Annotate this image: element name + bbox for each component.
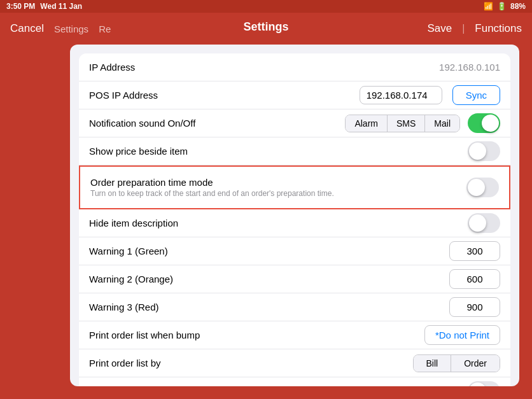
content-area: IP Address 192.168.0.101 POS IP Address … <box>70 45 519 386</box>
settings-list: IP Address 192.168.0.101 POS IP Address … <box>79 53 510 386</box>
hide-item-desc-label: Hide item description <box>89 218 178 228</box>
warning3-input[interactable] <box>449 297 500 317</box>
nav-tab-re[interactable]: Re <box>99 24 111 34</box>
status-time: 3:50 PM <box>6 2 35 11</box>
status-bar: 3:50 PM Wed 11 Jan 📶 🔋 88% <box>0 0 532 13</box>
show-price-row: Show price beside item <box>79 137 510 165</box>
warning1-row: Warning 1 (Green) <box>79 237 510 265</box>
order-prep-row: Order preparation time mode Turn on to k… <box>79 165 510 209</box>
pos-ip-label: POS IP Address <box>89 90 158 101</box>
warning2-row: Warning 2 (Orange) <box>79 265 510 293</box>
nav-divider: | <box>462 23 465 34</box>
disable-sync-bump-row: Disable synchronized order bump between … <box>79 377 510 386</box>
notification-sound-row: Notification sound On/Off Alarm SMS Mail <box>79 109 510 137</box>
status-day: Wed 11 Jan <box>40 2 82 11</box>
segment-sms[interactable]: SMS <box>388 115 425 132</box>
ip-address-row: IP Address 192.168.0.101 <box>79 53 510 81</box>
order-prep-sublabel: Turn on to keep track of the start and e… <box>90 189 334 198</box>
print-order-by-label: Print order list by <box>89 358 161 368</box>
warning3-label: Warning 3 (Red) <box>89 302 158 312</box>
segment-bill[interactable]: Bill <box>414 355 452 372</box>
disable-sync-bump-label: Disable synchronized order bump between … <box>89 386 292 386</box>
warning1-label: Warning 1 (Green) <box>89 246 168 256</box>
cancel-button[interactable]: Cancel <box>10 22 44 35</box>
warning3-row: Warning 3 (Red) <box>79 293 510 321</box>
warning2-label: Warning 2 (Orange) <box>89 274 173 284</box>
bill-order-segmented: Bill Order <box>413 354 500 372</box>
sync-button[interactable]: Sync <box>452 85 500 105</box>
ip-address-value: 192.168.0.101 <box>439 62 500 73</box>
hide-item-desc-toggle[interactable] <box>468 213 500 233</box>
show-price-toggle[interactable] <box>468 141 500 161</box>
battery-percent: 88% <box>510 2 526 11</box>
segment-order[interactable]: Order <box>451 355 500 372</box>
print-order-by-row: Print order list by Bill Order <box>79 349 510 377</box>
pos-ip-row: POS IP Address Sync <box>79 81 510 109</box>
battery-icon: 🔋 <box>497 2 507 11</box>
ip-address-label: IP Address <box>89 62 135 73</box>
nav-title: Settings <box>243 20 288 34</box>
segment-alarm[interactable]: Alarm <box>346 115 388 132</box>
pos-ip-input[interactable] <box>360 86 442 104</box>
save-button[interactable]: Save <box>427 22 452 35</box>
notification-toggle[interactable] <box>468 113 500 133</box>
functions-button[interactable]: Functions <box>475 22 522 35</box>
print-order-bump-label: Print order list when bump <box>89 330 200 340</box>
wifi-icon: 📶 <box>484 2 493 11</box>
print-order-bump-button[interactable]: *Do not Print <box>424 325 500 345</box>
hide-item-desc-row: Hide item description <box>79 209 510 237</box>
disable-sync-bump-toggle[interactable] <box>468 381 500 386</box>
show-price-label: Show price beside item <box>89 146 188 157</box>
warning2-input[interactable] <box>449 269 500 289</box>
notification-sound-label: Notification sound On/Off <box>89 118 195 129</box>
nav-bar: Cancel Settings Re Settings Save | Funct… <box>0 13 532 45</box>
print-order-bump-row: Print order list when bump *Do not Print <box>79 321 510 349</box>
order-prep-label: Order preparation time mode <box>90 177 334 188</box>
nav-tab-settings[interactable]: Settings <box>54 24 88 34</box>
segment-mail[interactable]: Mail <box>425 115 459 132</box>
warning1-input[interactable] <box>449 241 500 261</box>
order-prep-toggle[interactable] <box>466 178 499 197</box>
notification-segmented: Alarm SMS Mail <box>345 115 460 132</box>
